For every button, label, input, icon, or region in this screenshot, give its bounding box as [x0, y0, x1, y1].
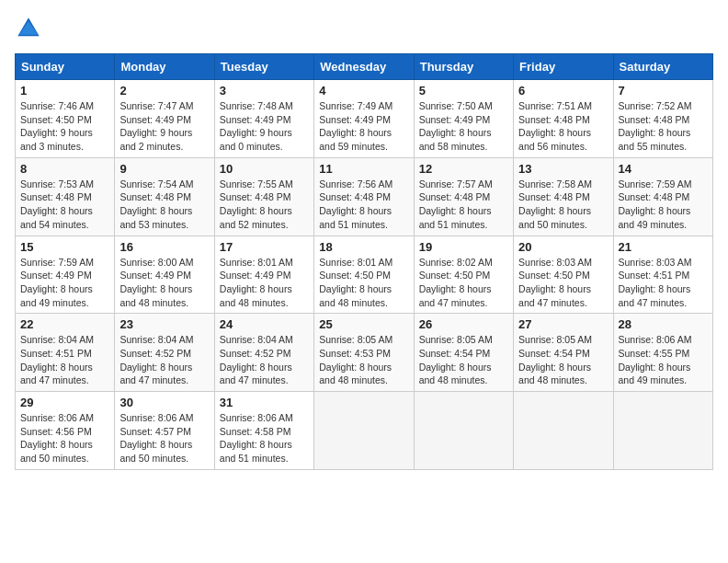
day-detail: Sunrise: 8:06 AM Sunset: 4:58 PM Dayligh… — [220, 411, 309, 465]
calendar-day-cell: 7 Sunrise: 7:52 AM Sunset: 4:48 PM Dayli… — [613, 80, 712, 158]
day-number: 21 — [619, 240, 708, 254]
calendar-day-cell — [314, 392, 414, 470]
day-detail: Sunrise: 8:05 AM Sunset: 4:54 PM Dayligh… — [518, 333, 608, 387]
day-number: 20 — [518, 240, 608, 254]
calendar-day-cell: 4 Sunrise: 7:49 AM Sunset: 4:49 PM Dayli… — [314, 80, 414, 158]
day-detail: Sunrise: 8:01 AM Sunset: 4:49 PM Dayligh… — [220, 256, 309, 310]
day-detail: Sunrise: 8:03 AM Sunset: 4:50 PM Dayligh… — [518, 256, 608, 310]
weekday-header: Wednesday — [314, 54, 414, 80]
day-detail: Sunrise: 8:03 AM Sunset: 4:51 PM Dayligh… — [619, 256, 708, 310]
day-number: 25 — [319, 317, 408, 331]
calendar-day-cell: 26 Sunrise: 8:05 AM Sunset: 4:54 PM Dayl… — [414, 314, 513, 392]
day-number: 8 — [20, 162, 109, 176]
day-detail: Sunrise: 8:06 AM Sunset: 4:57 PM Dayligh… — [119, 411, 209, 465]
day-number: 16 — [119, 240, 209, 254]
calendar-week-row: 15 Sunrise: 7:59 AM Sunset: 4:49 PM Dayl… — [16, 236, 713, 314]
day-number: 9 — [119, 162, 209, 176]
calendar-day-cell: 31 Sunrise: 8:06 AM Sunset: 4:58 PM Dayl… — [214, 392, 313, 470]
day-number: 7 — [619, 84, 708, 98]
page-header — [15, 15, 713, 42]
day-detail: Sunrise: 7:49 AM Sunset: 4:49 PM Dayligh… — [319, 99, 408, 154]
calendar-day-cell: 10 Sunrise: 7:55 AM Sunset: 4:48 PM Dayl… — [214, 157, 313, 236]
calendar-day-cell: 1 Sunrise: 7:46 AM Sunset: 4:50 PM Dayli… — [16, 80, 115, 158]
weekday-header: Friday — [514, 54, 613, 80]
weekday-header: Sunday — [16, 54, 115, 80]
day-number: 31 — [220, 396, 309, 409]
day-detail: Sunrise: 7:50 AM Sunset: 4:49 PM Dayligh… — [419, 99, 508, 154]
day-detail: Sunrise: 7:51 AM Sunset: 4:48 PM Dayligh… — [518, 99, 608, 154]
day-detail: Sunrise: 8:04 AM Sunset: 4:52 PM Dayligh… — [119, 333, 209, 387]
calendar-day-cell: 5 Sunrise: 7:50 AM Sunset: 4:49 PM Dayli… — [414, 80, 513, 158]
calendar-day-cell: 28 Sunrise: 8:06 AM Sunset: 4:55 PM Dayl… — [613, 314, 712, 392]
weekday-header: Tuesday — [214, 54, 313, 80]
logo-icon — [15, 15, 42, 42]
day-detail: Sunrise: 7:57 AM Sunset: 4:48 PM Dayligh… — [419, 178, 508, 232]
day-detail: Sunrise: 7:52 AM Sunset: 4:48 PM Dayligh… — [619, 99, 708, 154]
day-detail: Sunrise: 7:54 AM Sunset: 4:48 PM Dayligh… — [119, 178, 209, 232]
day-detail: Sunrise: 7:56 AM Sunset: 4:48 PM Dayligh… — [319, 178, 408, 232]
calendar-day-cell: 27 Sunrise: 8:05 AM Sunset: 4:54 PM Dayl… — [514, 314, 613, 392]
calendar-day-cell — [514, 392, 613, 470]
day-detail: Sunrise: 7:59 AM Sunset: 4:49 PM Dayligh… — [20, 256, 109, 310]
calendar-day-cell: 25 Sunrise: 8:05 AM Sunset: 4:53 PM Dayl… — [314, 314, 414, 392]
day-number: 5 — [419, 84, 508, 98]
calendar-day-cell: 22 Sunrise: 8:04 AM Sunset: 4:51 PM Dayl… — [16, 314, 115, 392]
day-number: 28 — [619, 317, 708, 331]
calendar-day-cell: 15 Sunrise: 7:59 AM Sunset: 4:49 PM Dayl… — [16, 236, 115, 314]
weekday-header: Saturday — [613, 54, 712, 80]
weekday-header-row: SundayMondayTuesdayWednesdayThursdayFrid… — [16, 54, 713, 80]
day-detail: Sunrise: 8:06 AM Sunset: 4:56 PM Dayligh… — [20, 411, 109, 465]
logo — [15, 15, 46, 42]
calendar-day-cell: 18 Sunrise: 8:01 AM Sunset: 4:50 PM Dayl… — [314, 236, 414, 314]
day-number: 2 — [119, 84, 209, 98]
calendar-day-cell: 20 Sunrise: 8:03 AM Sunset: 4:50 PM Dayl… — [514, 236, 613, 314]
calendar-day-cell: 16 Sunrise: 8:00 AM Sunset: 4:49 PM Dayl… — [115, 236, 214, 314]
calendar-day-cell: 6 Sunrise: 7:51 AM Sunset: 4:48 PM Dayli… — [514, 80, 613, 158]
day-detail: Sunrise: 8:05 AM Sunset: 4:54 PM Dayligh… — [419, 333, 508, 387]
day-detail: Sunrise: 8:05 AM Sunset: 4:53 PM Dayligh… — [319, 333, 408, 387]
day-detail: Sunrise: 8:04 AM Sunset: 4:51 PM Dayligh… — [20, 333, 109, 387]
calendar-day-cell: 12 Sunrise: 7:57 AM Sunset: 4:48 PM Dayl… — [414, 157, 513, 236]
calendar-day-cell: 11 Sunrise: 7:56 AM Sunset: 4:48 PM Dayl… — [314, 157, 414, 236]
calendar-day-cell: 24 Sunrise: 8:04 AM Sunset: 4:52 PM Dayl… — [214, 314, 313, 392]
day-number: 12 — [419, 162, 508, 176]
day-detail: Sunrise: 7:53 AM Sunset: 4:48 PM Dayligh… — [20, 178, 109, 232]
day-number: 19 — [419, 240, 508, 254]
day-number: 17 — [220, 240, 309, 254]
day-number: 1 — [20, 84, 109, 98]
calendar-day-cell: 14 Sunrise: 7:59 AM Sunset: 4:48 PM Dayl… — [613, 157, 712, 236]
calendar-day-cell: 17 Sunrise: 8:01 AM Sunset: 4:49 PM Dayl… — [214, 236, 313, 314]
day-number: 6 — [518, 84, 608, 98]
day-detail: Sunrise: 7:46 AM Sunset: 4:50 PM Dayligh… — [20, 99, 109, 154]
calendar-day-cell: 23 Sunrise: 8:04 AM Sunset: 4:52 PM Dayl… — [115, 314, 214, 392]
calendar-day-cell: 13 Sunrise: 7:58 AM Sunset: 4:48 PM Dayl… — [514, 157, 613, 236]
day-number: 24 — [220, 317, 309, 331]
day-detail: Sunrise: 8:02 AM Sunset: 4:50 PM Dayligh… — [419, 256, 508, 310]
day-number: 27 — [518, 317, 608, 331]
calendar-week-row: 8 Sunrise: 7:53 AM Sunset: 4:48 PM Dayli… — [16, 157, 713, 236]
day-number: 11 — [319, 162, 408, 176]
day-number: 26 — [419, 317, 508, 331]
day-detail: Sunrise: 7:55 AM Sunset: 4:48 PM Dayligh… — [220, 178, 309, 232]
svg-marker-1 — [19, 21, 38, 35]
day-detail: Sunrise: 7:59 AM Sunset: 4:48 PM Dayligh… — [619, 178, 708, 232]
day-number: 15 — [20, 240, 109, 254]
day-number: 13 — [518, 162, 608, 176]
calendar-table: SundayMondayTuesdayWednesdayThursdayFrid… — [15, 53, 713, 470]
calendar-day-cell — [613, 392, 712, 470]
calendar-day-cell: 9 Sunrise: 7:54 AM Sunset: 4:48 PM Dayli… — [115, 157, 214, 236]
calendar-week-row: 29 Sunrise: 8:06 AM Sunset: 4:56 PM Dayl… — [16, 392, 713, 470]
day-number: 30 — [119, 396, 209, 409]
day-number: 18 — [319, 240, 408, 254]
calendar-day-cell: 30 Sunrise: 8:06 AM Sunset: 4:57 PM Dayl… — [115, 392, 214, 470]
calendar-day-cell: 19 Sunrise: 8:02 AM Sunset: 4:50 PM Dayl… — [414, 236, 513, 314]
day-number: 29 — [20, 396, 109, 409]
calendar-day-cell — [414, 392, 513, 470]
day-detail: Sunrise: 8:06 AM Sunset: 4:55 PM Dayligh… — [619, 333, 708, 387]
calendar-day-cell: 2 Sunrise: 7:47 AM Sunset: 4:49 PM Dayli… — [115, 80, 214, 158]
day-detail: Sunrise: 7:47 AM Sunset: 4:49 PM Dayligh… — [119, 99, 209, 154]
calendar-day-cell: 8 Sunrise: 7:53 AM Sunset: 4:48 PM Dayli… — [16, 157, 115, 236]
day-detail: Sunrise: 8:04 AM Sunset: 4:52 PM Dayligh… — [220, 333, 309, 387]
day-detail: Sunrise: 8:00 AM Sunset: 4:49 PM Dayligh… — [119, 256, 209, 310]
calendar-day-cell: 21 Sunrise: 8:03 AM Sunset: 4:51 PM Dayl… — [613, 236, 712, 314]
